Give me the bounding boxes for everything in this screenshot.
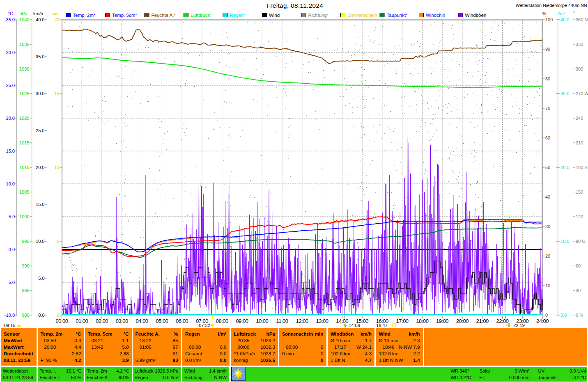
svg-text:22:00: 22:00 bbox=[496, 318, 508, 324]
svg-text:330: 330 bbox=[576, 42, 583, 47]
svg-text:30: 30 bbox=[576, 288, 581, 293]
svg-text:980: 980 bbox=[22, 313, 29, 318]
svg-text:03:00: 03:00 bbox=[116, 318, 128, 324]
svg-text:0: 0 bbox=[545, 313, 548, 318]
svg-text:hPa: hPa bbox=[19, 11, 28, 16]
svg-text:1040: 1040 bbox=[19, 17, 29, 22]
svg-text:10:00: 10:00 bbox=[256, 318, 268, 324]
svg-text:12:00: 12:00 bbox=[296, 318, 308, 324]
svg-text:5.0: 5.0 bbox=[38, 276, 44, 281]
svg-text:14:06: 14:06 bbox=[349, 323, 360, 328]
svg-text:07:32: 07:32 bbox=[199, 323, 210, 328]
svg-text:18:00: 18:00 bbox=[416, 318, 428, 324]
svg-text:10.0: 10.0 bbox=[560, 239, 569, 244]
svg-text:150: 150 bbox=[576, 190, 583, 194]
svg-text:01:00: 01:00 bbox=[76, 318, 88, 324]
svg-text:270 W: 270 W bbox=[576, 91, 588, 96]
svg-text:Windchill: Windchill bbox=[426, 13, 445, 18]
svg-text:5.0: 5.0 bbox=[9, 214, 15, 219]
svg-text:40: 40 bbox=[545, 194, 550, 199]
svg-text:0.0: 0.0 bbox=[560, 313, 567, 318]
svg-text:04:00: 04:00 bbox=[136, 318, 148, 324]
svg-text:Regen*: Regen* bbox=[230, 13, 246, 18]
svg-text:300: 300 bbox=[576, 66, 583, 71]
svg-text:90: 90 bbox=[545, 47, 550, 52]
svg-text:20.0: 20.0 bbox=[6, 116, 15, 121]
svg-text:0: 0 bbox=[57, 313, 59, 318]
svg-text:11:00: 11:00 bbox=[276, 318, 288, 324]
svg-text:°: ° bbox=[573, 10, 575, 15]
svg-text:19:00: 19:00 bbox=[436, 318, 448, 324]
svg-text:360 N: 360 N bbox=[576, 17, 588, 22]
svg-text:100: 100 bbox=[545, 17, 553, 22]
svg-text:20: 20 bbox=[54, 17, 59, 22]
svg-text:1035: 1035 bbox=[19, 42, 29, 47]
svg-text:13:00: 13:00 bbox=[316, 318, 328, 324]
svg-text:Wetterstation Niedersorpe 440m: Wetterstation Niedersorpe 440m NN bbox=[516, 3, 587, 8]
svg-text:17:00: 17:00 bbox=[396, 318, 409, 324]
svg-text:5: 5 bbox=[57, 239, 59, 244]
svg-text:16:47: 16:47 bbox=[376, 323, 388, 328]
svg-text:%: % bbox=[542, 11, 546, 16]
svg-text:80: 80 bbox=[545, 76, 550, 81]
svg-text:30.0: 30.0 bbox=[6, 50, 15, 55]
svg-text:21:00: 21:00 bbox=[476, 318, 489, 324]
svg-text:30.0: 30.0 bbox=[36, 91, 44, 96]
svg-text:Luftdruck*: Luftdruck* bbox=[191, 13, 212, 18]
svg-text:-10.0: -10.0 bbox=[5, 313, 15, 318]
svg-text:1015: 1015 bbox=[19, 140, 29, 145]
svg-text:1025: 1025 bbox=[19, 91, 29, 96]
svg-text:15: 15 bbox=[54, 91, 59, 96]
svg-text:10.0: 10.0 bbox=[6, 181, 15, 186]
svg-text:00:00: 00:00 bbox=[55, 318, 68, 324]
svg-text:240: 240 bbox=[576, 116, 583, 121]
svg-text:180 S: 180 S bbox=[576, 165, 588, 170]
svg-text:40.0: 40.0 bbox=[560, 17, 569, 22]
svg-text:1030: 1030 bbox=[19, 66, 29, 71]
svg-text:990: 990 bbox=[22, 263, 29, 268]
svg-text:05:00: 05:00 bbox=[156, 318, 168, 324]
svg-text:120: 120 bbox=[576, 214, 583, 219]
svg-text:20.0: 20.0 bbox=[560, 165, 569, 170]
svg-text:0.0: 0.0 bbox=[9, 247, 15, 252]
svg-text:25.0: 25.0 bbox=[36, 128, 44, 133]
svg-text:70: 70 bbox=[545, 106, 550, 111]
svg-text:24:00: 24:00 bbox=[536, 318, 549, 324]
svg-text:35.0: 35.0 bbox=[6, 17, 15, 22]
svg-text:Richtung*: Richtung* bbox=[308, 13, 329, 18]
svg-text:1005: 1005 bbox=[19, 190, 29, 194]
svg-text:-5.0: -5.0 bbox=[7, 280, 15, 285]
svg-text:985: 985 bbox=[22, 288, 29, 293]
svg-text:Temp. 5cm*: Temp. 5cm* bbox=[112, 13, 137, 18]
svg-text:90 O: 90 O bbox=[576, 239, 586, 244]
svg-text:Taupunkt*: Taupunkt* bbox=[387, 13, 408, 18]
svg-text:10: 10 bbox=[545, 283, 550, 288]
svg-text:09:00: 09:00 bbox=[236, 318, 248, 324]
svg-text:20: 20 bbox=[545, 254, 550, 258]
svg-text:1000: 1000 bbox=[19, 214, 29, 219]
svg-text:22:19: 22:19 bbox=[513, 323, 525, 328]
svg-text:15.0: 15.0 bbox=[6, 149, 15, 153]
svg-text:35.0: 35.0 bbox=[36, 54, 44, 59]
svg-text:Temp. 2m*: Temp. 2m* bbox=[73, 13, 96, 18]
svg-text:1020: 1020 bbox=[19, 116, 29, 121]
svg-text:°C: °C bbox=[8, 11, 13, 16]
svg-text:02:00: 02:00 bbox=[96, 318, 108, 324]
svg-text:08:00: 08:00 bbox=[216, 318, 228, 324]
svg-text:0 N: 0 N bbox=[576, 313, 583, 318]
svg-text:06:00: 06:00 bbox=[176, 318, 188, 324]
svg-text:km/h: km/h bbox=[33, 11, 43, 16]
svg-text:Freitag, 08.11.2024: Freitag, 08.11.2024 bbox=[266, 2, 323, 9]
svg-text:25.0: 25.0 bbox=[6, 83, 15, 88]
svg-text:40.0: 40.0 bbox=[36, 17, 44, 22]
svg-text:20.0: 20.0 bbox=[36, 165, 44, 170]
svg-text:Windböen: Windböen bbox=[465, 13, 487, 18]
svg-text:Wind: Wind bbox=[269, 13, 280, 18]
svg-text:15.0: 15.0 bbox=[36, 202, 44, 207]
svg-text:Feuchte A.*: Feuchte A.* bbox=[152, 13, 176, 18]
svg-text:20:00: 20:00 bbox=[456, 318, 469, 324]
svg-text:30: 30 bbox=[545, 224, 550, 229]
svg-text:60: 60 bbox=[545, 135, 550, 140]
svg-text:l/m²: l/m² bbox=[558, 11, 565, 16]
svg-text:10.0: 10.0 bbox=[36, 239, 44, 244]
